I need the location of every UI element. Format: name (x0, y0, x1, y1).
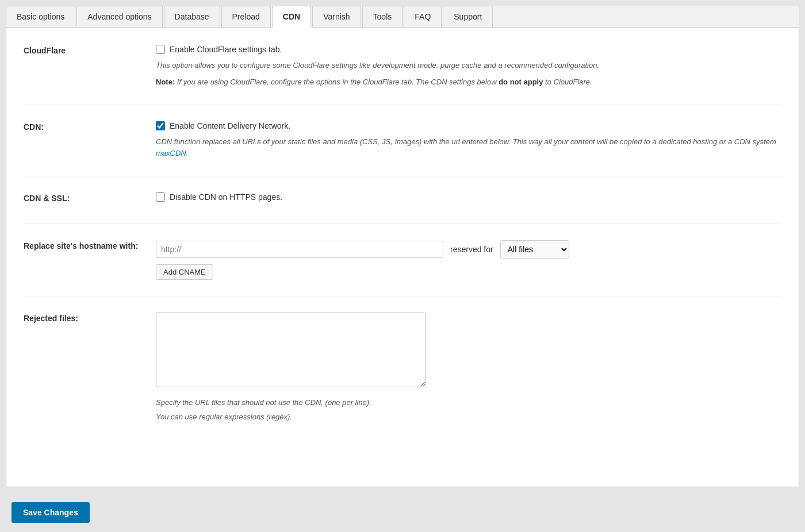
tab-tools[interactable]: Tools (362, 6, 403, 27)
cloudflare-checkbox-label[interactable]: Enable CloudFlare settings tab. (170, 45, 282, 54)
cdn-ssl-label: CDN & SSL: (24, 192, 156, 203)
cloudflare-note: Note: If you are using CloudFlare, confi… (156, 76, 781, 88)
tab-cdn[interactable]: CDN (272, 6, 311, 28)
cdn-ssl-checkbox[interactable] (156, 192, 165, 202)
save-changes-button[interactable]: Save Changes (12, 502, 90, 523)
cloudflare-checkbox-row: Enable CloudFlare settings tab. (156, 45, 781, 54)
cdn-row: CDN: Enable Content Delivery Network. CD… (24, 121, 781, 177)
cdn-label: CDN: (24, 121, 156, 132)
cloudflare-note-suffix: to CloudFlare. (543, 78, 592, 86)
tab-basic[interactable]: Basic options (6, 6, 75, 27)
cdn-description-text: CDN function replaces all URLs of your s… (156, 137, 776, 146)
cloudflare-content: Enable CloudFlare settings tab. This opt… (156, 45, 781, 88)
tabs-bar: Basic options Advanced options Database … (6, 6, 799, 28)
rejected-files-label: Rejected files: (24, 313, 156, 323)
save-bar: Save Changes (6, 493, 799, 532)
rejected-files-desc1: Specify the URL files that should not us… (156, 397, 781, 409)
tab-faq[interactable]: FAQ (404, 6, 442, 27)
cdn-checkbox-label[interactable]: Enable Content Delivery Network. (170, 121, 290, 130)
cloudflare-checkbox[interactable] (156, 45, 165, 54)
cdn-checkbox-row: Enable Content Delivery Network. (156, 121, 781, 130)
tab-advanced[interactable]: Advanced options (76, 6, 162, 27)
cdn-checkbox[interactable] (156, 121, 165, 130)
cdn-link-suffix: . (186, 149, 189, 157)
files-select[interactable]: All files CSS & JS Images only (500, 240, 569, 259)
tab-support[interactable]: Support (443, 6, 493, 27)
cloudflare-description: This option allows you to configure some… (156, 60, 781, 72)
cdn-ssl-checkbox-label[interactable]: Disable CDN on HTTPS pages. (170, 192, 282, 202)
cdn-maxcdn-link[interactable]: maxCDN (156, 149, 186, 157)
cloudflare-row: CloudFlare Enable CloudFlare settings ta… (24, 45, 781, 105)
hostname-input[interactable] (156, 241, 443, 258)
tab-database[interactable]: Database (164, 6, 220, 27)
rejected-files-row: Rejected files: Specify the URL files th… (24, 313, 781, 423)
cloudflare-label: CloudFlare (24, 45, 156, 55)
hostname-input-row: reserved for All files CSS & JS Images o… (156, 240, 781, 259)
cloudflare-note-text: If you are using CloudFlare, configure t… (175, 78, 499, 86)
page-wrapper: Basic options Advanced options Database … (0, 0, 805, 532)
tab-preload[interactable]: Preload (221, 6, 271, 27)
tab-varnish[interactable]: Varnish (312, 6, 361, 27)
cdn-ssl-row: CDN & SSL: Disable CDN on HTTPS pages. (24, 192, 781, 224)
content-panel: CloudFlare Enable CloudFlare settings ta… (6, 28, 799, 487)
rejected-files-desc2: You can use regular expressions (regex). (156, 411, 781, 423)
hostname-label: Replace site's hostname with: (24, 240, 156, 250)
reserved-for-label: reserved for (450, 245, 493, 254)
cloudflare-note-prefix: Note: (156, 78, 175, 86)
cdn-ssl-checkbox-row: Disable CDN on HTTPS pages. (156, 192, 781, 202)
cdn-content: Enable Content Delivery Network. CDN fun… (156, 121, 781, 160)
hostname-content: reserved for All files CSS & JS Images o… (156, 240, 781, 280)
cdn-description: CDN function replaces all URLs of your s… (156, 136, 781, 160)
add-cname-button[interactable]: Add CNAME (156, 264, 213, 280)
cloudflare-note-bold: do not apply (499, 78, 543, 86)
rejected-files-textarea[interactable] (156, 313, 426, 387)
cdn-ssl-content: Disable CDN on HTTPS pages. (156, 192, 781, 207)
rejected-files-content: Specify the URL files that should not us… (156, 313, 781, 423)
hostname-row: Replace site's hostname with: reserved f… (24, 240, 781, 296)
